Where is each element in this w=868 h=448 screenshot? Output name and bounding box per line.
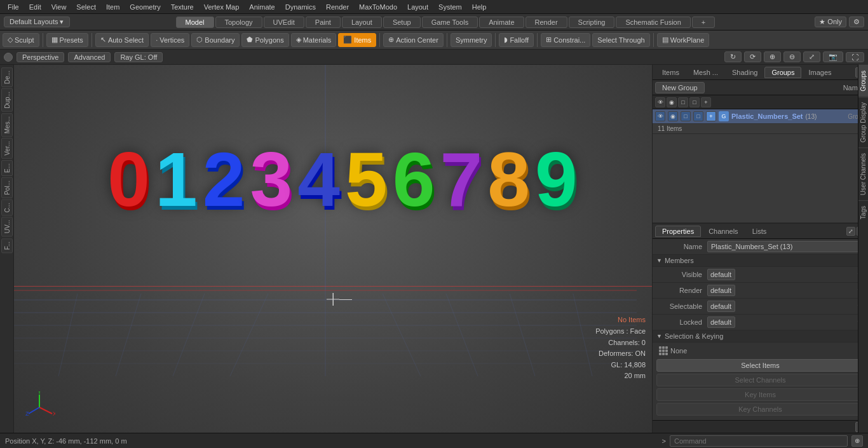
constraints-btn[interactable]: ⊞ Constrai... [541, 33, 590, 47]
presets-btn[interactable]: ▦ Presets [46, 33, 88, 47]
menu-help[interactable]: Help [467, 3, 492, 11]
symmetry-btn[interactable]: Symmetry [451, 33, 492, 47]
tab-shading[interactable]: Shading [725, 67, 764, 78]
sidebar-btn-dup[interactable]: Dup... [1, 88, 13, 112]
vertices-btn[interactable]: · Vertices [151, 33, 189, 47]
menu-geometry[interactable]: Geometry [125, 3, 165, 11]
auto-select-btn[interactable]: ↖ Auto Select [95, 33, 149, 47]
tab-properties[interactable]: Properties [655, 226, 701, 237]
locked-select[interactable]: defaultonoff [707, 316, 735, 328]
advanced-btn[interactable]: Advanced [68, 52, 111, 62]
tab-mesh[interactable]: Mesh ... [686, 67, 725, 78]
tab-lists[interactable]: Lists [746, 226, 773, 236]
menu-dynamics[interactable]: Dynamics [280, 3, 321, 11]
tab-images[interactable]: Images [801, 67, 838, 78]
side-tab-tags[interactable]: Tags [858, 200, 868, 224]
menu-animate[interactable]: Animate [244, 3, 280, 11]
tab-animate[interactable]: Animate [479, 17, 524, 28]
sidebar-btn-e[interactable]: E... [1, 160, 13, 176]
viewport-expand-btn[interactable]: ⛶ [846, 52, 864, 62]
command-input[interactable] [670, 435, 848, 447]
key-items-btn[interactable]: Key Items [656, 388, 864, 401]
tab-items[interactable]: Items [655, 67, 686, 78]
tab-topology[interactable]: Topology [215, 17, 262, 28]
menu-item[interactable]: Item [101, 3, 125, 11]
tab-model[interactable]: Model [176, 17, 214, 28]
side-tab-groups[interactable]: Groups [858, 65, 868, 97]
tab-add-layout[interactable]: + [692, 17, 715, 28]
menu-edit[interactable]: Edit [24, 3, 46, 11]
menu-render[interactable]: Render [321, 3, 354, 11]
menu-view[interactable]: View [46, 3, 72, 11]
menu-maxtomodo[interactable]: MaxToModo [354, 3, 402, 11]
menu-system[interactable]: System [433, 3, 467, 11]
viewport-toggle[interactable] [4, 53, 13, 62]
menu-texture[interactable]: Texture [166, 3, 199, 11]
sidebar-btn-ver[interactable]: Ver... [1, 138, 13, 159]
tab-groups[interactable]: Groups [764, 67, 801, 78]
viewport-fit-btn[interactable]: ⤢ [803, 51, 820, 62]
tab-scripting[interactable]: Scripting [569, 17, 615, 28]
viewport-reset-btn[interactable]: ⟳ [744, 51, 761, 62]
perspective-btn[interactable]: Perspective [17, 52, 64, 62]
select-items-btn[interactable]: Select Items [656, 359, 864, 372]
viewport-spin-btn[interactable]: ↻ [724, 51, 742, 62]
sculpt-btn[interactable]: ◇ Sculpt [3, 33, 39, 47]
polygons-btn[interactable]: ⬟ Polygons [241, 33, 288, 47]
selectable-select[interactable]: defaultonoff [707, 301, 735, 312]
sidebar-btn-f[interactable]: F... [1, 238, 13, 253]
sidebar-btn-uv[interactable]: UV... [1, 217, 13, 236]
eye-icon[interactable]: 👁 [655, 97, 665, 107]
props-expand-icon[interactable]: ⤢ [846, 227, 855, 236]
group-box2-icon[interactable]: □ [693, 111, 703, 121]
materials-btn[interactable]: ◈ Materials [291, 33, 337, 47]
box-icon2[interactable]: □ [689, 97, 700, 107]
viewport[interactable]: 0 1 2 3 4 5 6 7 8 9 No Items Polygons : … [14, 65, 652, 433]
side-tab-group-display[interactable]: Group Display [858, 97, 868, 147]
group-box1-icon[interactable]: □ [681, 111, 691, 121]
ray-gl-btn[interactable]: Ray GL: Off [114, 52, 163, 62]
group-render-icon[interactable]: ◉ [668, 111, 678, 121]
group-eye-icon[interactable]: 👁 [655, 111, 665, 121]
sidebar-btn-pol[interactable]: Pol... [1, 177, 13, 198]
menu-layout[interactable]: Layout [402, 3, 433, 11]
sidebar-btn-de[interactable]: De... [1, 67, 13, 87]
visible-select[interactable]: defaultonoff [707, 269, 735, 280]
group-item-row[interactable]: 👁 ◉ □ □ + G Plastic_Numbers_Set (13) Gro… [653, 109, 868, 124]
select-through-btn[interactable]: Select Through [592, 33, 649, 47]
side-tab-user-channels[interactable]: User Channels [858, 147, 868, 200]
default-layouts-dropdown[interactable]: Default Layouts ▾ [4, 17, 70, 27]
tab-game-tools[interactable]: Game Tools [422, 17, 478, 28]
sidebar-btn-mes[interactable]: Mes... [1, 113, 13, 137]
sidebar-btn-c[interactable]: C... [1, 200, 13, 216]
settings-btn[interactable]: ⚙ [849, 17, 864, 27]
tab-setup[interactable]: Setup [383, 17, 421, 28]
action-center-btn[interactable]: ⊕ Action Center [383, 33, 444, 47]
command-search-btn[interactable]: ⊕ [851, 435, 863, 447]
render-icon[interactable]: ◉ [667, 97, 677, 107]
viewport-zoom-out-btn[interactable]: ⊖ [783, 51, 801, 62]
boundary-btn[interactable]: ⬡ Boundary [191, 33, 240, 47]
viewport-cam-btn[interactable]: 📷 [823, 51, 843, 62]
name-prop-input[interactable] [707, 241, 864, 252]
new-group-btn[interactable]: New Group [655, 82, 705, 93]
plus-small-icon[interactable]: + [701, 97, 711, 107]
key-channels-btn[interactable]: Key Channels [656, 403, 864, 416]
items-btn[interactable]: ⬛ Items [338, 33, 376, 47]
group-add-icon[interactable]: + [706, 111, 716, 121]
menu-vertex-map[interactable]: Vertex Map [199, 3, 245, 11]
falloff-btn[interactable]: ◗ Falloff [499, 33, 534, 47]
viewport-zoom-in-btn[interactable]: ⊕ [764, 51, 781, 62]
tab-channels[interactable]: Channels [702, 226, 744, 236]
members-section[interactable]: ▼ Members [653, 255, 868, 267]
tab-paint[interactable]: Paint [306, 17, 341, 28]
menu-file[interactable]: File [3, 3, 24, 11]
box-icon1[interactable]: □ [678, 97, 688, 107]
render-select[interactable]: defaultonoff [707, 285, 735, 296]
menu-select[interactable]: Select [71, 3, 101, 11]
sel-keying-section[interactable]: ▼ Selection & Keying [653, 330, 868, 343]
tab-render[interactable]: Render [526, 17, 567, 28]
tab-uvedit[interactable]: UVEdit [264, 17, 304, 28]
star-only-btn[interactable]: ★ Only [815, 17, 846, 27]
tab-layout[interactable]: Layout [342, 17, 382, 28]
